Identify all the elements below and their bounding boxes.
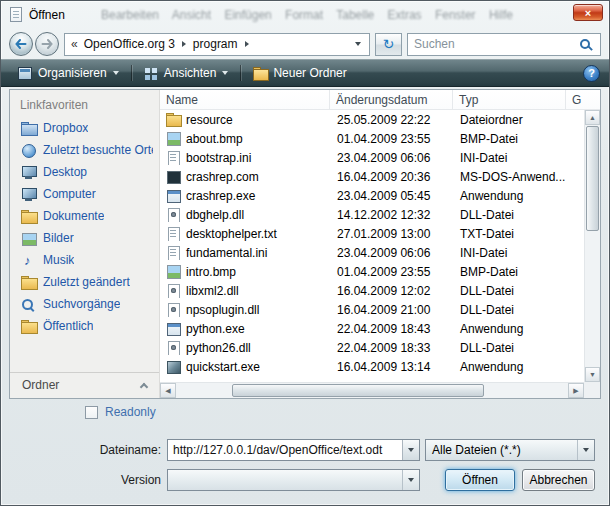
file-date: 16.04.2009 20:36: [330, 170, 453, 184]
organize-button[interactable]: Organisieren: [10, 62, 127, 84]
table-row[interactable]: about.bmp01.04.2009 23:55BMP-Datei: [160, 129, 584, 148]
forward-button[interactable]: [35, 32, 59, 56]
vertical-scrollbar[interactable]: [584, 110, 600, 382]
file-icon: [166, 227, 180, 240]
favorites-header: Linkfavoriten: [10, 90, 159, 117]
breadcrumb-item-program[interactable]: program: [189, 35, 242, 53]
filetype-dropdown-button[interactable]: [577, 440, 594, 460]
vertical-scroll-thumb[interactable]: [586, 126, 599, 231]
readonly-checkbox[interactable]: [85, 406, 98, 419]
back-button[interactable]: [9, 32, 33, 56]
chevron-down-icon: [355, 42, 361, 46]
table-row[interactable]: intro.bmp01.04.2009 23:55BMP-Datei: [160, 262, 584, 281]
documents-icon: [21, 210, 36, 223]
table-row[interactable]: npsoplugin.dll16.04.2009 21:00DLL-Datei: [160, 300, 584, 319]
breadcrumb-item-openoffice[interactable]: OpenOffice.org 3: [80, 35, 179, 53]
close-button[interactable]: ×: [573, 4, 603, 21]
chevron-up-icon: [140, 382, 148, 390]
table-row[interactable]: crashrep.com16.04.2009 20:36MS-DOS-Anwen…: [160, 167, 584, 186]
chevron-down-icon: [583, 448, 589, 452]
breadcrumb-overflow-chevron[interactable]: «: [71, 37, 78, 51]
open-button[interactable]: Öffnen: [445, 469, 515, 491]
file-icon: [166, 151, 180, 164]
file-icon: [166, 246, 180, 259]
column-header-date[interactable]: Änderungsdatum: [330, 90, 453, 110]
scroll-up-button[interactable]: [585, 110, 600, 125]
file-date: 23.04.2009 06:06: [330, 246, 453, 260]
search-input[interactable]: [414, 37, 576, 51]
table-row[interactable]: resource25.05.2009 22:22Dateiordner: [160, 110, 584, 129]
table-row[interactable]: desktophelper.txt27.01.2009 13:00TXT-Dat…: [160, 224, 584, 243]
file-type: DLL-Datei: [453, 303, 566, 317]
recent-places-icon: [21, 144, 36, 157]
column-header-size[interactable]: G: [566, 90, 600, 110]
help-icon: ?: [588, 67, 595, 79]
column-header-type[interactable]: Typ: [453, 90, 566, 110]
table-row[interactable]: python.exe22.04.2009 18:43Anwendung: [160, 319, 584, 338]
file-date: 22.04.2009 18:43: [330, 322, 453, 336]
sidebar-item-desktop[interactable]: Desktop: [10, 161, 159, 183]
sidebar-item-label: Zuletzt besuchte Orte: [43, 143, 153, 157]
views-button[interactable]: Ansichten: [136, 62, 237, 84]
scroll-down-button[interactable]: [585, 367, 600, 382]
version-combobox[interactable]: [167, 469, 420, 491]
horizontal-scroll-thumb[interactable]: [232, 384, 484, 397]
table-row[interactable]: libxml2.dll16.04.2009 12:02DLL-Datei: [160, 281, 584, 300]
filename-combobox[interactable]: [167, 439, 420, 461]
table-row[interactable]: dbghelp.dll14.12.2002 12:32DLL-Datei: [160, 205, 584, 224]
sidebar-item-dropbox[interactable]: Dropbox: [10, 117, 159, 139]
address-bar[interactable]: « OpenOffice.org 3 program: [64, 33, 370, 56]
sidebar-item-music[interactable]: Musik: [10, 249, 159, 271]
table-row[interactable]: quickstart.exe16.04.2009 13:14Anwendung: [160, 357, 584, 376]
sidebar-item-recent-places[interactable]: Zuletzt besuchte Orte: [10, 139, 159, 161]
file-icon: [166, 132, 180, 145]
filename-input[interactable]: [168, 440, 402, 460]
file-date: 25.05.2009 22:22: [330, 113, 453, 127]
file-type: Anwendung: [453, 322, 566, 336]
cancel-button[interactable]: Abbrechen: [522, 469, 595, 491]
file-date: 16.04.2009 13:14: [330, 360, 453, 374]
sidebar-item-computer[interactable]: Computer: [10, 183, 159, 205]
folders-label: Ordner: [22, 378, 59, 392]
file-name: python26.dll: [186, 341, 251, 355]
views-label: Ansichten: [164, 66, 217, 80]
sidebar: Linkfavoriten Dropbox Zuletzt besuchte O…: [10, 90, 160, 398]
list-header: Name Änderungsdatum Typ G: [160, 90, 600, 110]
sidebar-item-recent-changed[interactable]: Zuletzt geändert: [10, 271, 159, 293]
chevron-down-icon: [408, 448, 414, 452]
filetype-combobox[interactable]: Alle Dateien (*.*): [425, 439, 595, 461]
file-list: Name Änderungsdatum Typ G resource25.05.…: [160, 90, 600, 398]
filename-dropdown-button[interactable]: [402, 440, 419, 460]
search-icon[interactable]: [580, 39, 590, 49]
table-row[interactable]: crashrep.exe23.04.2009 05:45Anwendung: [160, 186, 584, 205]
address-history-dropdown[interactable]: [350, 42, 366, 46]
readonly-checkbox-row[interactable]: Readonly: [85, 405, 156, 419]
scroll-right-button[interactable]: [568, 383, 584, 398]
sidebar-item-public[interactable]: Öffentlich: [10, 315, 159, 337]
table-row[interactable]: python26.dll22.04.2009 18:33DLL-Datei: [160, 338, 584, 357]
filetype-value: Alle Dateien (*.*): [426, 440, 577, 460]
toolbar-separator: [131, 65, 132, 81]
version-dropdown-button[interactable]: [402, 470, 419, 490]
refresh-button[interactable]: ↻: [375, 33, 402, 56]
table-row[interactable]: bootstrap.ini23.04.2009 06:06INI-Datei: [160, 148, 584, 167]
scroll-left-button[interactable]: [160, 383, 176, 398]
arrow-right-icon: [41, 39, 53, 49]
help-button[interactable]: ?: [583, 65, 600, 82]
sidebar-item-documents[interactable]: Dokumente: [10, 205, 159, 227]
folders-expander[interactable]: Ordner: [10, 372, 159, 398]
sidebar-item-searches[interactable]: Suchvorgänge: [10, 293, 159, 315]
new-folder-button[interactable]: Neuer Ordner: [245, 62, 354, 84]
file-name: crashrep.com: [186, 170, 259, 184]
file-name: resource: [186, 113, 233, 127]
file-type: Dateiordner: [453, 113, 566, 127]
sidebar-item-pictures[interactable]: Bilder: [10, 227, 159, 249]
file-name: intro.bmp: [186, 265, 236, 279]
column-header-name[interactable]: Name: [160, 90, 330, 110]
horizontal-scrollbar[interactable]: [160, 382, 584, 398]
file-name: bootstrap.ini: [186, 151, 251, 165]
file-date: 23.04.2009 05:45: [330, 189, 453, 203]
file-name: quickstart.exe: [186, 360, 260, 374]
background-window-menu: Bearbeiten Ansicht Einfügen Format Tabel…: [101, 8, 561, 22]
table-row[interactable]: fundamental.ini23.04.2009 06:06INI-Datei: [160, 243, 584, 262]
